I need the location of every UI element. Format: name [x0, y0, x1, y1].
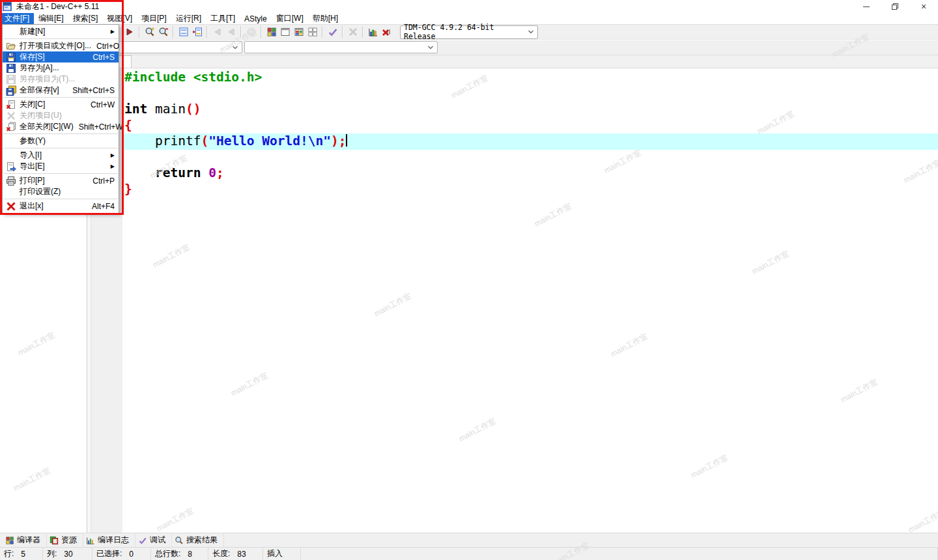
restore-button[interactable]	[881, 0, 909, 13]
report-tab-3[interactable]: 调试	[135, 533, 172, 547]
code-editor[interactable]: #include <stdio.h>int main(){ printf("He…	[122, 68, 938, 534]
submenu-arrow-icon: ▶	[111, 163, 115, 169]
toolbar-separator	[362, 26, 363, 38]
menu-item-shortcut: Ctrl+S	[92, 53, 115, 62]
editor-attach-icon[interactable]	[190, 25, 204, 38]
report-tab-label: 调试	[150, 535, 165, 546]
save-icon	[3, 52, 20, 63]
status-value: 5	[21, 550, 25, 559]
export-icon	[3, 161, 20, 172]
status-label: 列:	[47, 548, 57, 559]
zoom-subtract-icon[interactable]	[156, 25, 170, 38]
minimize-button[interactable]	[852, 0, 881, 13]
menu-item-14[interactable]: 导入[I]▶	[3, 150, 119, 161]
menu-item-15[interactable]: 导出[E]▶	[3, 161, 119, 172]
menubar-item-1[interactable]: 编辑[E]	[34, 13, 68, 24]
colored-window-icon[interactable]	[292, 25, 306, 38]
menu-item-17[interactable]: 打印[P]Ctrl+P	[3, 175, 119, 186]
menu-item-12[interactable]: 参数(Y)	[3, 135, 119, 147]
exit-icon	[3, 201, 20, 212]
menubar-item-3[interactable]: 视图[V]	[102, 13, 137, 24]
report-tab-2[interactable]: 编译日志	[83, 533, 135, 547]
status-label: 总行数:	[155, 548, 180, 559]
menubar-item-9[interactable]: 帮助[H]	[308, 13, 343, 24]
compiler-select[interactable]: TDM-GCC 4.9.2 64-bit Release	[400, 25, 538, 39]
code-line-1: #include <stdio.h>	[122, 70, 938, 86]
new-window-grid-icon[interactable]	[264, 25, 278, 38]
menu-item-2[interactable]: 打开项目或文件[O]...Ctrl+O	[3, 40, 119, 51]
status-segment-1: 列:30	[43, 548, 92, 560]
menu-item-label: 退出[x]	[20, 201, 87, 212]
check-icon[interactable]	[326, 25, 339, 38]
code-token: (	[201, 133, 208, 148]
menu-item-label: 保存[S]	[20, 51, 87, 63]
menu-item-label: 另存项目为(T)...	[20, 74, 115, 85]
menu-item-6[interactable]: 全部保存[v]Shift+Ctrl+S	[3, 85, 119, 96]
member-browser-combo[interactable]	[244, 41, 438, 53]
code-token: ;	[216, 165, 224, 180]
forward-arrow-icon[interactable]	[122, 25, 136, 38]
grid-outline-icon[interactable]	[306, 25, 319, 38]
menu-item-shortcut: Ctrl+W	[91, 100, 115, 109]
save-as-icon	[3, 63, 20, 74]
print-icon	[3, 176, 20, 186]
toolbar-separator	[342, 26, 343, 38]
code-line-8: }	[122, 182, 938, 198]
report-tab-label: 编译器	[17, 535, 40, 546]
save-project-as-icon	[3, 74, 20, 85]
delete-chart-icon[interactable]	[380, 25, 393, 38]
window-icon[interactable]	[278, 25, 292, 38]
menu-item-shortcut: Ctrl+O	[96, 42, 119, 51]
menu-item-20[interactable]: 退出[x]Alt+F4	[3, 201, 119, 212]
status-label: 插入	[267, 548, 283, 559]
title-bar: 未命名1 - Dev-C++ 5.11 ×	[0, 0, 938, 13]
menu-item-label: 打开项目或文件[O]...	[20, 40, 91, 51]
menubar-item-7[interactable]: AStyle	[240, 13, 272, 24]
menubar-item-8[interactable]: 窗口[W]	[272, 13, 308, 24]
menu-item-label: 导入[I]	[20, 150, 107, 161]
code-token: return	[124, 165, 201, 180]
editor-panel-icon[interactable]	[177, 25, 190, 38]
menubar-item-4[interactable]: 项目[P]	[137, 13, 171, 24]
menu-item-label: 参数(Y)	[20, 135, 115, 147]
toolbar-separator	[139, 26, 140, 38]
menu-separator	[3, 97, 118, 98]
menu-item-shortcut: Shift+Ctrl+W	[79, 122, 123, 132]
menubar-item-6[interactable]: 工具[T]	[206, 13, 240, 24]
menu-item-10[interactable]: 全部关闭[C](W)Shift+Ctrl+W	[3, 121, 119, 132]
report-tab-label: 资源	[61, 535, 77, 546]
menubar-item-0[interactable]: 文件[F]	[0, 13, 34, 24]
report-tab-4[interactable]: 搜索结果	[172, 533, 224, 547]
submenu-arrow-icon: ▶	[111, 29, 115, 35]
menu-item-3[interactable]: 保存[S]Ctrl+S	[3, 51, 119, 63]
main-toolbar: TDM-GCC 4.9.2 64-bit Release	[0, 24, 938, 40]
report-tab-0[interactable]: 编译器	[3, 533, 47, 547]
status-segment-5: 插入	[263, 548, 301, 560]
menu-item-label: 导出[E]	[20, 161, 107, 172]
menu-item-label: 打印[P]	[20, 175, 87, 186]
search-results-icon	[175, 536, 184, 545]
status-value: 30	[64, 550, 72, 559]
menu-item-4[interactable]: 另存为[A]...	[3, 63, 119, 74]
toolbar-separator	[322, 26, 323, 38]
toolbar-separator	[173, 26, 174, 38]
menu-item-label: 新建[N]	[20, 26, 107, 37]
menubar-item-5[interactable]: 运行[R]	[171, 13, 206, 24]
menu-item-5: 另存项目为(T)...	[3, 74, 119, 85]
menu-item-0[interactable]: 新建[N]▶	[3, 26, 119, 37]
menu-item-8[interactable]: 关闭[C]Ctrl+W	[3, 99, 119, 110]
menu-item-18[interactable]: 打印设置(Z)	[3, 186, 119, 197]
menubar-item-2[interactable]: 搜索[S]	[68, 13, 103, 24]
menu-separator	[3, 133, 118, 134]
close-button[interactable]: ×	[909, 0, 938, 13]
zoom-icon[interactable]	[143, 25, 156, 38]
status-label: 已选择:	[96, 548, 122, 559]
code-token: ()	[186, 102, 201, 117]
code-token: int	[124, 102, 147, 117]
window-title: 未命名1 - Dev-C++ 5.11	[16, 1, 99, 12]
report-tab-1[interactable]: 资源	[47, 533, 83, 547]
abort-icon	[346, 25, 360, 38]
bar-chart-icon[interactable]	[366, 25, 380, 38]
status-label: 行:	[4, 548, 14, 559]
status-segment-3: 总行数:8	[151, 548, 208, 560]
